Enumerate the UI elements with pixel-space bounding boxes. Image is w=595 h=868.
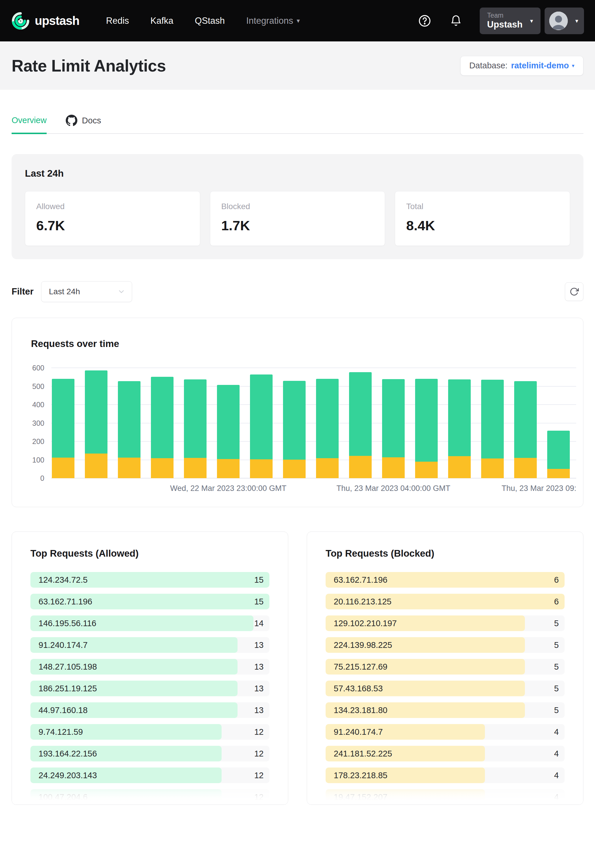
bar-segment-allowed: [184, 379, 207, 458]
table-row: 44.97.160.1813: [30, 702, 269, 718]
row-ip: 148.27.105.198: [38, 662, 97, 672]
row-count: 14: [254, 619, 264, 628]
row-ip: 75.215.127.69: [334, 662, 387, 672]
table-title: Top Requests (Blocked): [326, 548, 434, 559]
chevron-down-icon: ▾: [297, 17, 300, 25]
chart-y-axis: 6005004003002001000: [12, 368, 44, 478]
nav-item-kafka[interactable]: Kafka: [151, 16, 173, 26]
database-name: ratelimit-demo: [511, 61, 569, 70]
nav-links: RedisKafkaQStashIntegrations▾: [106, 16, 300, 26]
row-count: 5: [554, 662, 559, 672]
top-requests-allowed-card: Top Requests (Allowed) 124.234.72.51563.…: [12, 531, 288, 805]
table-row: 20.116.213.1256: [326, 594, 565, 610]
y-tick-label: 300: [32, 419, 44, 427]
bar-segment-blocked: [283, 460, 306, 478]
table-row: 193.164.22.15612: [30, 746, 269, 762]
row-ip: 146.195.56.116: [38, 619, 96, 628]
refresh-button[interactable]: [565, 282, 583, 301]
row-count: 15: [254, 597, 264, 607]
stat-card-blocked: Blocked1.7K: [210, 191, 385, 246]
stat-label: Total: [406, 202, 559, 211]
chevron-down-icon: [117, 288, 125, 296]
refresh-icon: [570, 287, 579, 296]
stats-heading: Last 24h: [25, 168, 570, 179]
row-count: 13: [254, 684, 264, 693]
table-row: 57.43.168.535: [326, 681, 565, 696]
chart-bar-5: [217, 368, 239, 478]
stat-label: Allowed: [36, 202, 189, 211]
tab-overview-label: Overview: [12, 115, 47, 125]
nav-item-label: Kafka: [151, 16, 173, 26]
bar-segment-allowed: [481, 380, 504, 459]
team-switcher[interactable]: Team Upstash ▾: [480, 7, 540, 34]
bar-segment-blocked: [481, 459, 504, 478]
bar-segment-allowed: [547, 431, 570, 469]
team-name: Upstash: [487, 19, 523, 30]
stat-value: 8.4K: [406, 217, 559, 233]
row-ip: 19.47.152.207: [334, 793, 387, 802]
bar-segment-blocked: [217, 459, 239, 478]
nav-right: Team Upstash ▾ ▾: [416, 7, 584, 34]
bar-segment-blocked: [382, 457, 405, 478]
account-menu[interactable]: ▾: [545, 7, 584, 34]
table-row: 129.102.210.1975: [326, 616, 565, 631]
database-selector[interactable]: Database: ratelimit-demo ▾: [460, 56, 583, 75]
chart-x-axis: Wed, 22 Mar 2023 23:00:00 GMTThu, 23 Mar…: [51, 483, 576, 496]
row-count: 13: [254, 641, 264, 650]
bar-segment-blocked: [316, 458, 339, 478]
top-requests-blocked-card: Top Requests (Blocked) 63.162.71.196620.…: [307, 531, 583, 805]
row-count: 12: [254, 771, 264, 780]
row-count: 5: [554, 706, 559, 715]
bar-segment-allowed: [250, 375, 273, 459]
row-ip: 63.162.71.196: [334, 575, 387, 585]
time-range-value: Last 24h: [49, 287, 80, 296]
blocked-rows: 63.162.71.196620.116.213.1256129.102.210…: [326, 572, 565, 805]
nav-item-qstash[interactable]: QStash: [195, 16, 225, 26]
bar-segment-blocked: [184, 458, 207, 478]
table-row: 100.47.204.612: [30, 789, 269, 805]
y-tick-label: 500: [32, 382, 44, 390]
table-row: 186.251.19.12513: [30, 681, 269, 696]
chart-bar-15: [547, 368, 570, 478]
nav-item-redis[interactable]: Redis: [106, 16, 129, 26]
table-row: 91.240.174.713: [30, 637, 269, 653]
chart-bar-7: [283, 368, 306, 478]
stat-card-total: Total8.4K: [395, 191, 570, 246]
table-row: 146.195.56.11614: [30, 616, 269, 631]
chart-bar-6: [250, 368, 273, 478]
notifications-button[interactable]: [447, 12, 465, 30]
tabs-bar: Overview Docs: [12, 90, 583, 134]
tab-overview[interactable]: Overview: [12, 115, 47, 134]
row-ip: 100.47.204.6: [38, 793, 87, 802]
table-row: 75.215.127.695: [326, 659, 565, 675]
row-count: 4: [554, 793, 559, 802]
table-row: 24.249.203.14312: [30, 768, 269, 783]
nav-item-label: Integrations: [246, 16, 293, 26]
row-count: 6: [554, 597, 559, 607]
row-ip: 9.74.121.59: [38, 727, 83, 737]
bar-segment-allowed: [382, 379, 405, 457]
bar-segment-blocked: [85, 453, 108, 478]
table-row: 63.162.71.1966: [326, 572, 565, 588]
time-range-select[interactable]: Last 24h: [41, 281, 132, 302]
nav-item-integrations[interactable]: Integrations▾: [246, 16, 300, 26]
bar-segment-allowed: [52, 379, 74, 458]
chart-bar-13: [481, 368, 504, 478]
stats-panel: Last 24h Allowed6.7KBlocked1.7KTotal8.4K: [12, 154, 583, 259]
table-row: 91.240.174.74: [326, 724, 565, 740]
chart-bar-1: [85, 368, 108, 478]
row-ip: 129.102.210.197: [334, 619, 397, 628]
table-row: 224.139.98.2255: [326, 637, 565, 653]
tab-docs[interactable]: Docs: [66, 115, 101, 133]
help-button[interactable]: [416, 12, 433, 30]
row-count: 6: [554, 575, 559, 585]
row-ip: 224.139.98.225: [334, 641, 392, 650]
upstash-logo[interactable]: upstash: [11, 11, 80, 30]
bar-segment-allowed: [415, 379, 438, 462]
row-count: 13: [254, 706, 264, 715]
x-tick-label: Thu, 23 Mar 2023 04:00:00 GMT: [336, 484, 450, 493]
row-ip: 44.97.160.18: [38, 706, 87, 715]
team-label: Team: [487, 12, 523, 19]
github-icon: [66, 115, 77, 126]
table-row: 178.23.218.854: [326, 768, 565, 783]
